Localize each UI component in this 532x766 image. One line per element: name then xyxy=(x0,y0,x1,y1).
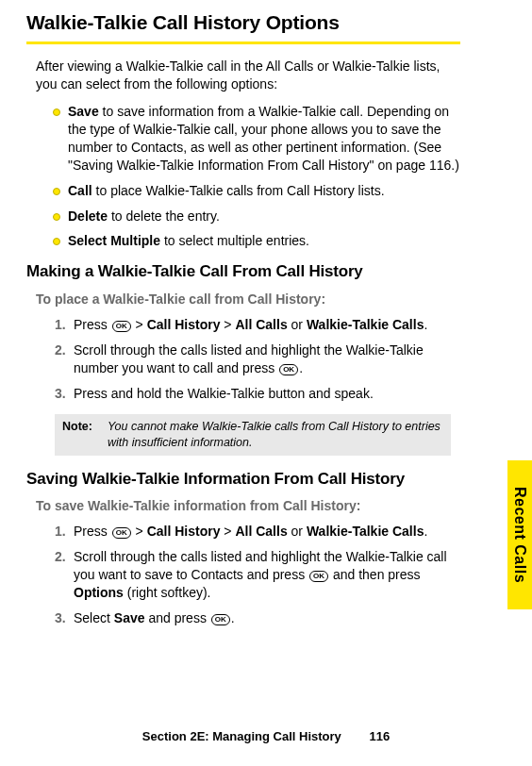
step-text: > xyxy=(220,524,235,539)
step-text: Press and hold the Walkie-Talkie button … xyxy=(74,386,374,401)
option-text: to place Walkie-Talkie calls from Call H… xyxy=(92,183,385,198)
option-text: to save information from a Walkie-Talkie… xyxy=(68,104,459,173)
side-tab: Recent Calls xyxy=(507,460,532,609)
menu-path-item: Call History xyxy=(147,317,221,332)
list-item: Delete to delete the entry. xyxy=(53,208,466,225)
step-text: and then press xyxy=(329,567,421,582)
step-text: Select xyxy=(74,610,114,625)
step-text: Press xyxy=(74,317,111,332)
menu-path-item: Walkie-Talkie Calls xyxy=(307,524,424,539)
note-label: Note: xyxy=(55,414,100,456)
ok-key-icon: OK xyxy=(309,571,328,582)
ok-key-icon: OK xyxy=(112,321,131,332)
menu-path-item: All Calls xyxy=(235,524,287,539)
option-text: to select multiple entries. xyxy=(160,233,309,248)
footer-page-number: 116 xyxy=(369,728,390,745)
menu-option: Save xyxy=(114,610,145,625)
step-number: 1. xyxy=(55,523,66,541)
step-number: 3. xyxy=(55,609,66,627)
section-heading: Saving Walkie-Talkie Information From Ca… xyxy=(26,469,506,491)
intro-paragraph: After viewing a Walkie-Talkie call in th… xyxy=(36,58,460,93)
step-text: Scroll through the calls listed and high… xyxy=(74,342,424,375)
step-item: 1. Press OK > Call History > All Calls o… xyxy=(55,316,464,334)
footer-section: Section 2E: Managing Call History xyxy=(142,729,341,743)
menu-path-item: Call History xyxy=(147,524,221,539)
step-item: 2. Scroll through the calls listed and h… xyxy=(55,341,464,377)
step-text: or xyxy=(288,317,307,332)
step-text: > xyxy=(220,317,235,332)
option-term: Delete xyxy=(68,208,108,224)
list-item: Select Multiple to select multiple entri… xyxy=(53,232,466,250)
step-number: 1. xyxy=(55,316,66,334)
step-text: (right softkey). xyxy=(124,585,211,600)
step-item: 1. Press OK > Call History > All Calls o… xyxy=(55,523,464,541)
step-text: and press xyxy=(145,610,210,625)
step-item: 3. Press and hold the Walkie-Talkie butt… xyxy=(55,385,464,403)
section-heading: Making a Walkie-Talkie Call From Call Hi… xyxy=(26,261,506,283)
step-text: > xyxy=(132,317,147,332)
step-number: 2. xyxy=(55,548,66,566)
list-item: Save to save information from a Walkie-T… xyxy=(53,103,466,175)
step-text: . xyxy=(424,317,427,332)
step-text: Press xyxy=(74,524,111,539)
steps-list: 1. Press OK > Call History > All Calls o… xyxy=(55,523,464,626)
step-text: . xyxy=(299,360,303,375)
step-text: or xyxy=(288,524,307,539)
note-body: You cannot make Walkie-Talkie calls from… xyxy=(100,414,451,456)
step-text: . xyxy=(231,610,235,625)
option-text: to delete the entry. xyxy=(108,208,220,224)
section-lead: To save Walkie-Talkie information from C… xyxy=(36,497,506,515)
side-tab-label: Recent Calls xyxy=(509,487,530,583)
option-term: Select Multiple xyxy=(68,233,160,248)
step-number: 2. xyxy=(55,341,66,359)
step-text: > xyxy=(132,524,147,539)
list-item: Call to place Walkie-Talkie calls from C… xyxy=(53,182,466,200)
ok-key-icon: OK xyxy=(279,364,298,375)
option-term: Save xyxy=(68,104,99,119)
step-number: 3. xyxy=(55,385,66,403)
page-title: Walkie-Talkie Call History Options xyxy=(26,9,506,36)
options-list: Save to save information from a Walkie-T… xyxy=(53,103,466,250)
page-footer: Section 2E: Managing Call History 116 xyxy=(0,728,532,745)
menu-path-item: All Calls xyxy=(235,317,287,332)
menu-path-item: Walkie-Talkie Calls xyxy=(307,317,424,332)
softkey-label: Options xyxy=(74,585,124,600)
ok-key-icon: OK xyxy=(211,614,230,625)
step-item: 2. Scroll through the calls listed and h… xyxy=(55,548,464,602)
step-item: 3. Select Save and press OK. xyxy=(55,609,464,627)
note-box: Note: You cannot make Walkie-Talkie call… xyxy=(55,414,451,456)
title-underline xyxy=(26,42,460,44)
section-lead: To place a Walkie-Talkie call from Call … xyxy=(36,291,506,308)
ok-key-icon: OK xyxy=(112,527,131,539)
step-text: . xyxy=(424,524,427,539)
steps-list: 1. Press OK > Call History > All Calls o… xyxy=(55,316,464,403)
option-term: Call xyxy=(68,183,92,198)
